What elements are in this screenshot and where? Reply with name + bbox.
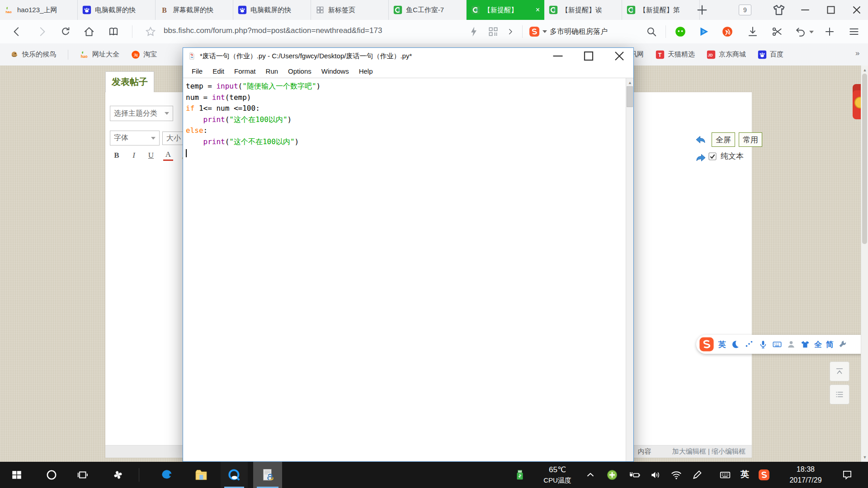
tab-close-icon[interactable]: × [534,6,540,14]
page-scrollbar[interactable]: ▲ ▼ [861,66,868,462]
power-tray-button[interactable] [626,462,644,488]
downloads-icon[interactable] [747,26,759,38]
home-icon[interactable] [83,26,95,38]
browser-tab[interactable]: 【新提醒】诶 [544,0,622,20]
common-button[interactable]: 常用 [739,132,762,147]
idle-menu-help[interactable]: Help [354,67,378,75]
sogou-tray-button[interactable] [756,462,772,488]
back-icon[interactable] [11,26,23,38]
font-color-button[interactable]: A [163,150,173,161]
bookmarks-overflow-chevron[interactable]: » [855,49,859,58]
pen-tray-button[interactable] [689,462,705,488]
idle-menu-options[interactable]: Options [283,67,316,75]
qr-code-icon[interactable] [487,26,499,38]
plaintext-checkbox[interactable] [708,152,717,161]
python-idle-taskbar-button[interactable] [253,462,282,488]
window-minimize-button[interactable] [798,3,812,17]
qq-browser-taskbar-button[interactable] [221,462,248,488]
wechat-icon[interactable] [675,26,686,38]
bookmark-item[interactable]: 淘淘宝 [131,50,157,59]
file-explorer-button[interactable] [190,462,212,488]
browser-tab[interactable]: 鱼C工作室-7 [389,0,467,20]
night-mode-icon[interactable] [730,339,740,349]
tab-count-badge[interactable]: 9 [739,5,751,15]
restore-tab-caret-icon[interactable] [809,31,814,33]
action-center-button[interactable] [837,462,857,488]
new-tab-button[interactable] [695,3,709,17]
idle-menu-file[interactable]: File [187,67,208,75]
search-go-icon[interactable] [646,26,657,38]
bookmark-item[interactable]: hao网址大全 [80,50,119,59]
scrollbar-thumb[interactable] [862,74,867,244]
idle-title-bar[interactable]: *废话一句（作业）.py - C:/Users/fgwcy/Desktop/废话… [183,48,633,64]
theme-skin-button[interactable] [772,3,786,17]
add-toolbar-icon[interactable] [824,26,835,38]
sogou-search-icon[interactable] [529,26,540,37]
back-to-top-button[interactable] [830,361,849,381]
accelerator-icon[interactable] [468,26,480,38]
redo-blue-arrow-icon[interactable] [694,152,708,163]
window-restore-button[interactable] [824,3,838,17]
idle-scrollbar-thumb[interactable] [627,86,633,107]
cortana-button[interactable] [41,462,62,488]
fullwidth-toggle[interactable]: 全 [814,339,822,350]
browser-tab[interactable]: 新标签页 [311,0,389,20]
start-button[interactable] [6,462,28,488]
search-engine-caret-icon[interactable] [542,30,547,33]
touch-keyboard-button[interactable] [716,462,734,488]
bookmark-item[interactable]: JD京东商城 [707,50,746,59]
idle-maximize-button[interactable] [576,48,602,64]
ime-toolbox-icon[interactable] [838,339,848,349]
scroll-up-arrow-icon[interactable]: ▲ [861,66,868,74]
video-assistant-icon[interactable] [698,26,710,38]
tray-expand-button[interactable] [582,462,599,488]
italic-button[interactable]: I [129,150,139,160]
idle-menu-edit[interactable]: Edit [208,67,229,75]
window-close-button[interactable] [850,3,863,17]
browser-tab[interactable]: B屏幕截屏的快 [156,0,233,20]
idle-menu-windows[interactable]: Windows [316,67,354,75]
ime-lang-toggle[interactable]: 英 [718,339,726,350]
bookmark-item[interactable]: 快乐的候鸟 [10,50,56,59]
idle-minimize-button[interactable] [545,48,571,64]
bookmark-item[interactable]: 百度 [758,50,783,59]
idle-scrollbar[interactable]: ▲ [626,78,633,461]
microphone-icon[interactable] [758,339,768,349]
ime-language-indicator[interactable]: 英 [741,469,749,480]
antivirus-tray-button[interactable] [604,462,620,488]
scroll-down-arrow-icon[interactable]: ▼ [861,454,868,461]
forward-icon[interactable] [36,26,48,38]
screenshot-icon[interactable] [771,26,783,38]
taskbar-clock[interactable]: 18:38 2017/7/29 [778,464,833,486]
sogou-logo-icon[interactable] [699,337,714,352]
voice-input-icon[interactable] [744,339,754,349]
edge-taskbar-button[interactable] [156,462,178,488]
hot-news-icon[interactable] [722,26,733,38]
main-menu-icon[interactable] [848,26,860,38]
browser-tab[interactable]: haohao123_上网 [0,0,78,20]
browser-tab[interactable]: 电脑截屏的快 [233,0,311,20]
bold-button[interactable]: B [112,150,122,160]
underline-button[interactable]: U [146,150,156,160]
volume-tray-button[interactable] [647,462,664,488]
search-input[interactable]: 多市明确租房落户 [550,27,608,37]
font-select[interactable]: 字体 [110,131,160,145]
address-bar[interactable]: bbs.fishc.com/forum.php?mod=post&action=… [164,26,382,35]
task-view-button[interactable] [71,462,93,488]
browser-tab-active[interactable]: 【新提醒】× [467,0,544,20]
idle-close-button[interactable] [606,48,632,64]
browser-tab[interactable]: 电脑截屏的快 [78,0,156,20]
usb-tray-button[interactable] [511,462,529,488]
network-tray-button[interactable] [668,462,684,488]
skin-icon[interactable] [800,339,810,349]
sogou-pinwheel-button[interactable] [107,462,129,488]
reload-icon[interactable] [60,26,71,38]
idle-scroll-up-icon[interactable]: ▲ [626,79,634,86]
cpu-temperature-widget[interactable]: 65℃ CPU温度 [533,465,582,485]
category-select[interactable]: 选择主题分类 [110,106,173,121]
browser-tab[interactable]: 【新提醒】第 [622,0,700,20]
bookmark-item[interactable]: T天猫精选 [656,50,695,59]
undo-blue-arrow-icon[interactable] [694,134,708,145]
quick-list-button[interactable] [830,385,849,404]
expand-icon[interactable] [506,26,514,38]
